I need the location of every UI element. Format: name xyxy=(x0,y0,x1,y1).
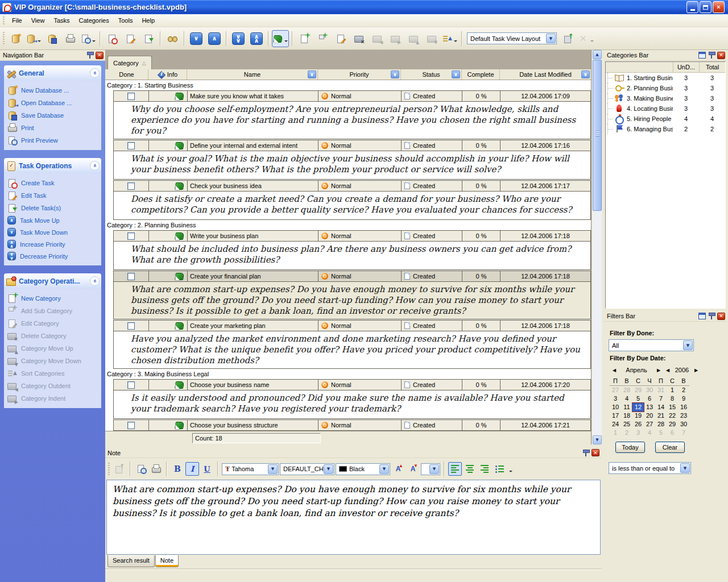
column-header-name[interactable]: Name xyxy=(187,69,317,80)
nav-item-task-move-up[interactable]: Task Move Up xyxy=(6,214,100,226)
task-checkbox[interactable] xyxy=(127,422,135,429)
increase-priority-button[interactable] xyxy=(248,30,265,47)
menu-file[interactable]: File xyxy=(7,15,27,26)
calendar-day[interactable]: 17 xyxy=(610,411,621,420)
calendar-day[interactable]: 29 xyxy=(667,420,678,429)
nav-item-create-task[interactable]: Create Task xyxy=(6,177,100,189)
chevron-down-icon[interactable]: ▼ xyxy=(546,34,556,43)
group-row[interactable]: Category : 3. Making Business Legal xyxy=(105,369,591,379)
previous-month-icon[interactable]: ◀ xyxy=(610,368,619,373)
column-header-done[interactable]: Done xyxy=(105,69,148,80)
task-row[interactable]: Check your business ideaNormalCreated0 %… xyxy=(114,181,590,191)
pin-icon[interactable] xyxy=(708,312,715,320)
show-notes-button[interactable] xyxy=(272,30,289,47)
dropdown-caret-icon[interactable] xyxy=(38,40,41,44)
task-row[interactable]: Make sure you know what it takesNormalCr… xyxy=(114,91,590,101)
close-panel-icon[interactable]: ✕ xyxy=(717,313,725,320)
column-header-date-last-modified[interactable]: Date Last Modified xyxy=(499,69,591,80)
note-toolbar-grip[interactable] xyxy=(108,463,110,476)
calendar-day[interactable]: 7 xyxy=(678,429,689,437)
dropdown-caret-icon[interactable] xyxy=(454,40,457,44)
calendar-day[interactable]: 8 xyxy=(667,394,678,403)
calendar-day[interactable]: 16 xyxy=(678,403,689,411)
calendar-day[interactable]: 2 xyxy=(678,386,689,394)
close-panel-icon[interactable]: ✕ xyxy=(96,52,104,59)
dropdown-caret-icon[interactable] xyxy=(590,40,594,44)
task-row[interactable]: Choose your business nameNormalCreated0 … xyxy=(114,380,590,390)
edit-category-button[interactable] xyxy=(332,30,349,47)
charset-select[interactable]: DEFAULT_CHAR▼ xyxy=(280,463,334,475)
menu-tasks[interactable]: Tasks xyxy=(49,15,74,26)
task-row[interactable]: Choose your business structureNormalCrea… xyxy=(114,420,590,430)
nav-item-category-outdent[interactable]: Category Outdent xyxy=(6,380,100,392)
nav-section-header[interactable]: Task Operations» xyxy=(4,158,101,173)
nav-item-add-sub-category[interactable]: Add Sub Category xyxy=(6,305,100,317)
calendar-day[interactable]: 20 xyxy=(644,411,655,420)
task-row[interactable]: Define your internal and external intent… xyxy=(114,140,590,151)
print-preview-button[interactable] xyxy=(80,30,97,47)
filter-button[interactable] xyxy=(391,70,399,78)
nav-item-task-move-down[interactable]: Task Move Down xyxy=(6,226,100,238)
toolbar-overflow-icon[interactable] xyxy=(509,471,512,474)
font-select[interactable]: ŦTahoma▼ xyxy=(222,463,279,475)
calendar-day[interactable]: 11 xyxy=(621,403,632,411)
calendar-day[interactable]: 9 xyxy=(678,394,689,403)
edit-task-button[interactable] xyxy=(122,30,139,47)
calendar-day[interactable]: 28 xyxy=(621,386,632,394)
scroll-down-button[interactable]: ▼ xyxy=(593,435,602,444)
calendar-day[interactable]: 3 xyxy=(610,394,621,403)
calendar-day[interactable]: 4 xyxy=(621,394,632,403)
calendar-day[interactable]: 13 xyxy=(644,403,655,411)
menu-grip[interactable] xyxy=(3,16,5,24)
task-move-up-button[interactable] xyxy=(206,30,223,47)
next-month-icon[interactable]: ▶ xyxy=(654,368,663,373)
chevron-down-icon[interactable]: ▼ xyxy=(429,464,439,474)
nav-section-header[interactable]: General» xyxy=(4,65,101,81)
menu-categories[interactable]: Categories xyxy=(75,15,114,26)
calendar-day[interactable]: 30 xyxy=(678,420,689,429)
task-checkbox[interactable] xyxy=(127,93,135,100)
calendar-day[interactable]: 2 xyxy=(621,429,632,437)
nav-section-header[interactable]: Category Operati...» xyxy=(4,273,101,289)
calendar-day[interactable]: 22 xyxy=(667,411,678,420)
category-item-6-managing-busin[interactable]: 6. Managing Busin22 xyxy=(606,124,725,134)
column-header-complete[interactable]: Complete xyxy=(461,69,499,80)
nav-item-increase-priority[interactable]: Increase Priority xyxy=(6,238,100,250)
nav-item-category-move-up[interactable]: Category Move Up xyxy=(6,342,100,355)
nav-item-new-database[interactable]: New Database ... xyxy=(6,84,100,97)
new-category-button[interactable] xyxy=(296,30,313,47)
collapse-chevron-icon[interactable]: » xyxy=(90,276,100,286)
chevron-down-icon[interactable]: ▼ xyxy=(680,463,690,473)
nav-item-category-indent[interactable]: Category Indent xyxy=(6,392,100,405)
column-header-info[interactable]: Info xyxy=(148,69,187,80)
nav-item-category-move-down[interactable]: Category Move Down xyxy=(6,355,100,367)
category-indent-button[interactable] xyxy=(387,30,404,47)
sort-categories-button[interactable] xyxy=(441,30,458,47)
collapse-chevron-icon[interactable]: » xyxy=(90,68,100,78)
calendar-day[interactable]: 19 xyxy=(632,411,644,420)
nav-item-print[interactable]: Print xyxy=(6,122,100,134)
align-right-button[interactable] xyxy=(478,462,491,476)
calendar-day[interactable]: 31 xyxy=(655,386,667,394)
nav-item-decrease-priority[interactable]: Decrease Priority xyxy=(6,250,100,262)
close-panel-icon[interactable]: ✕ xyxy=(592,449,599,456)
column-header-priority[interactable]: Priority xyxy=(317,69,400,80)
column-header-status[interactable]: Status xyxy=(400,69,461,80)
delete-layout-button[interactable] xyxy=(578,30,595,47)
category-item-4-locating-busine[interactable]: 4. Locating Busine33 xyxy=(606,103,725,114)
filter-button[interactable] xyxy=(581,70,590,78)
category-item-1-starting-busines[interactable]: 1. Starting Busines33 xyxy=(606,73,725,83)
calendar-day[interactable]: 29 xyxy=(632,386,644,394)
calendar-day[interactable]: 5 xyxy=(655,429,667,437)
task-row[interactable]: Create your financial planNormalCreated0… xyxy=(114,271,590,281)
task-checkbox[interactable] xyxy=(127,273,135,280)
chevron-down-icon[interactable]: ▼ xyxy=(683,340,693,350)
nav-item-delete-category[interactable]: Delete Category xyxy=(6,330,100,342)
chevron-down-icon[interactable]: ▼ xyxy=(268,464,278,474)
toolbar-grip[interactable] xyxy=(3,32,5,45)
nav-item-save-database[interactable]: Save Database xyxy=(6,109,100,122)
chevron-down-icon[interactable]: ▼ xyxy=(379,464,389,474)
chevron-down-icon[interactable]: ▼ xyxy=(324,464,333,474)
note-print-preview-button[interactable] xyxy=(134,462,148,476)
today-button[interactable]: Today xyxy=(615,442,645,453)
